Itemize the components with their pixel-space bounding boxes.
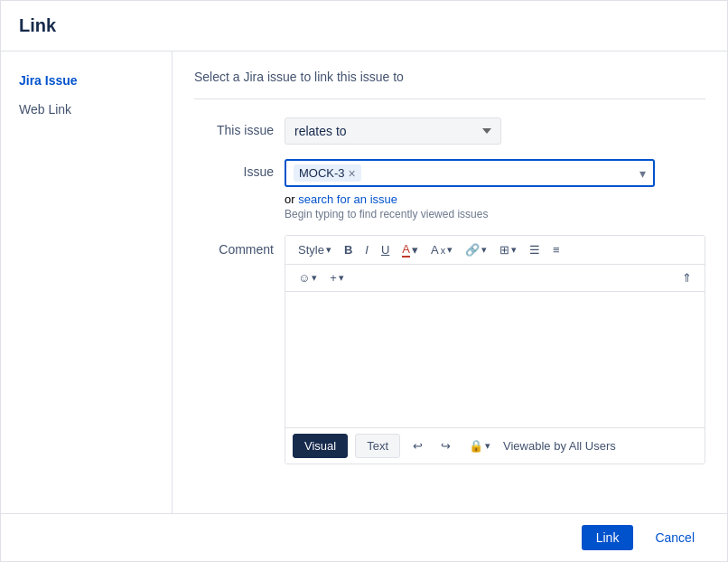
text-color-chevron-icon: ▾ (412, 243, 418, 257)
link-button[interactable]: Link (582, 525, 634, 550)
description-text: Select a Jira issue to link this issue t… (194, 70, 705, 84)
issue-row: Issue MOCK-3 × ▾ or search for an issue (194, 159, 705, 220)
sidebar-item-jira-issue[interactable]: Jira Issue (1, 66, 172, 95)
modal-title: Link (19, 15, 709, 36)
issue-tag-remove-button[interactable]: × (349, 167, 356, 180)
editor-footer: Visual Text ↩ ↪ 🔒 Viewable by All Users (285, 427, 705, 464)
undo-button[interactable]: ↩ (407, 436, 428, 455)
modal-header: Link (1, 1, 727, 52)
collapse-button[interactable]: ⇑ (677, 268, 697, 287)
this-issue-row: This issue relates to blocks is blocked … (194, 117, 705, 145)
sidebar: Jira Issue Web Link (1, 52, 173, 513)
editor-toolbar-row2: ☺ + ⇑ (285, 265, 705, 292)
table-button[interactable]: ⊞ (494, 240, 522, 259)
issue-tag-text: MOCK-3 (299, 166, 345, 180)
toolbar-row2-left: ☺ + (293, 268, 350, 287)
bold-button[interactable]: B (339, 240, 358, 259)
text-tab-button[interactable]: Text (355, 434, 400, 458)
visual-tab-button[interactable]: Visual (293, 434, 348, 458)
issue-input-wrapper[interactable]: MOCK-3 × ▾ (285, 159, 655, 187)
italic-button[interactable]: I (359, 240, 374, 259)
search-or-text: or (285, 192, 295, 206)
comment-label: Comment (194, 235, 285, 257)
issue-text-input[interactable] (365, 166, 636, 181)
comment-row: Comment Style B I U A ▾ Ax 🔗 ⊞ (194, 235, 705, 464)
this-issue-control: relates to blocks is blocked by duplicat… (285, 117, 705, 145)
insert-button[interactable]: + (324, 268, 350, 287)
style-button[interactable]: Style (293, 240, 337, 259)
search-hint-sub: Begin typing to find recently viewed iss… (285, 208, 705, 220)
divider (194, 98, 705, 99)
text-color-button[interactable]: A ▾ (397, 239, 424, 260)
this-issue-label: This issue (194, 117, 285, 137)
modal-body: Jira Issue Web Link Select a Jira issue … (1, 52, 727, 513)
main-content: Select a Jira issue to link this issue t… (173, 52, 727, 513)
search-issue-link[interactable]: search for an issue (298, 192, 397, 206)
issue-tag: MOCK-3 × (294, 164, 361, 182)
link-button[interactable]: 🔗 (460, 240, 492, 259)
modal-footer: Link Cancel (1, 513, 727, 561)
editor-body[interactable] (285, 292, 705, 427)
emoji-button[interactable]: ☺ (293, 268, 322, 287)
issue-dropdown-arrow-icon[interactable]: ▾ (639, 166, 646, 181)
cancel-button[interactable]: Cancel (640, 525, 709, 550)
editor-toolbar-row1: Style B I U A ▾ Ax 🔗 ⊞ ☰ ≡ (285, 236, 705, 265)
relates-to-select[interactable]: relates to blocks is blocked by duplicat… (285, 117, 501, 145)
numbered-list-button[interactable]: ≡ (547, 240, 565, 259)
bullet-list-button[interactable]: ☰ (524, 240, 546, 259)
lock-button[interactable]: 🔒 (463, 436, 496, 455)
sidebar-item-web-link[interactable]: Web Link (1, 95, 172, 124)
underline-button[interactable]: U (376, 240, 395, 259)
text-format-button[interactable]: Ax (425, 240, 458, 259)
issue-control: MOCK-3 × ▾ or search for an issue Begin … (285, 159, 705, 220)
issue-label: Issue (194, 159, 285, 179)
text-color-icon: A (402, 242, 410, 258)
modal: Link Jira Issue Web Link Select a Jira i… (0, 0, 728, 562)
viewable-text: Viewable by All Users (503, 439, 616, 453)
editor-wrapper: Style B I U A ▾ Ax 🔗 ⊞ ☰ ≡ (285, 235, 705, 464)
redo-button[interactable]: ↪ (435, 436, 456, 455)
search-hint: or search for an issue (285, 192, 705, 206)
